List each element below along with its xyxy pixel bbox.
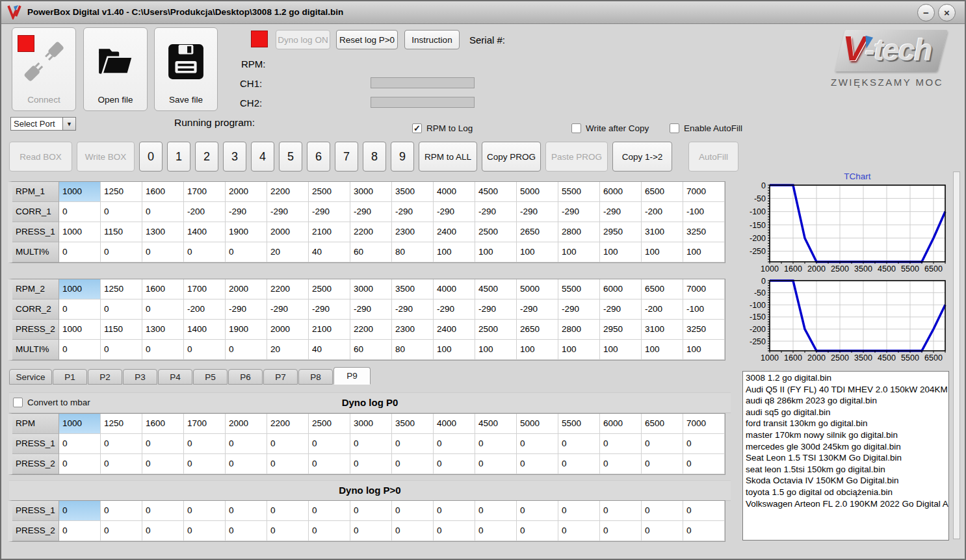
cell[interactable]: 1000 [59,279,101,299]
cell[interactable]: 0 [683,454,725,474]
checkbox-box[interactable] [670,123,679,133]
cell[interactable]: 2500 [309,414,350,434]
cell[interactable]: 0 [101,340,142,360]
cell[interactable]: -290 [392,299,434,320]
cell[interactable]: 0 [142,299,184,320]
dyno-log-button[interactable]: Dyno log ON [276,30,330,49]
cell[interactable]: 1300 [142,222,184,242]
cell[interactable]: 0 [683,501,725,521]
cell[interactable]: 0 [59,521,101,541]
cell[interactable]: 0 [101,501,142,521]
cell[interactable]: 0 [475,501,517,521]
digit-button-5[interactable]: 5 [279,142,302,172]
cell[interactable]: 2500 [309,279,350,299]
reset-log-button[interactable]: Reset log P>0 [336,30,398,49]
cell[interactable]: 7000 [683,182,725,202]
write-box-button[interactable]: Write BOX [77,142,135,172]
cell[interactable]: 2800 [558,222,600,242]
cell[interactable]: 0 [226,242,267,262]
cell[interactable]: -290 [350,299,392,320]
cell[interactable]: 0 [226,501,267,521]
cell[interactable]: -290 [392,202,434,222]
cell[interactable]: 1600 [142,279,184,299]
tab-p2[interactable]: P2 [88,369,122,385]
cell[interactable]: 0 [101,434,142,454]
cell[interactable]: 1400 [184,222,226,242]
cell[interactable]: 0 [475,454,517,474]
cell[interactable]: 2200 [267,182,309,202]
cell[interactable]: 3250 [683,320,725,340]
cell[interactable]: 0 [142,454,184,474]
cell[interactable]: 4500 [475,414,517,434]
cell[interactable]: 1700 [184,279,226,299]
cell[interactable]: 1900 [226,320,267,340]
cell[interactable]: 7000 [683,414,725,434]
cell[interactable]: 0 [600,454,642,474]
cell[interactable]: 100 [683,340,725,360]
cell[interactable]: 1150 [101,320,142,340]
cell[interactable]: 0 [392,434,434,454]
cell[interactable]: 0 [642,501,683,521]
cell[interactable]: 2100 [309,320,350,340]
cell[interactable]: 100 [600,340,642,360]
cell[interactable]: 5500 [558,279,600,299]
cell[interactable]: 1250 [101,414,142,434]
cell[interactable]: 0 [101,202,142,222]
cell[interactable]: 0 [642,434,683,454]
cell[interactable]: 0 [184,501,226,521]
cell[interactable]: 0 [683,434,725,454]
tab-service[interactable]: Service [9,369,52,385]
cell[interactable]: 60 [350,340,392,360]
cell[interactable]: 0 [392,521,434,541]
cell[interactable]: 5000 [517,182,558,202]
cell[interactable]: 1250 [101,279,142,299]
cell[interactable]: 0 [142,340,184,360]
cell[interactable]: 0 [558,521,600,541]
open-file-button[interactable]: Open file [83,27,148,111]
cell[interactable]: 3500 [392,279,434,299]
cell[interactable]: 0 [350,434,392,454]
cell[interactable]: 80 [392,340,434,360]
cell[interactable]: 0 [226,454,267,474]
checkbox-box[interactable]: ✓ [412,123,422,133]
cell[interactable]: 0 [184,434,226,454]
rpm-to-all-button[interactable]: RPM to ALL [419,142,477,172]
cell[interactable]: 4000 [434,279,475,299]
cell[interactable]: 4000 [434,414,475,434]
cell[interactable]: -290 [475,299,517,320]
cell[interactable]: 6500 [642,414,683,434]
cell[interactable]: 0 [434,501,475,521]
tab-p9[interactable]: P9 [333,367,371,385]
digit-button-4[interactable]: 4 [251,142,274,172]
digit-button-7[interactable]: 7 [335,142,358,172]
cell[interactable]: 0 [309,501,350,521]
cell[interactable]: 4500 [475,182,517,202]
cell[interactable]: 2200 [350,222,392,242]
save-file-button[interactable]: Save file [154,27,218,111]
autofill-button[interactable]: AutoFill [688,142,738,172]
cell[interactable]: 5500 [558,414,600,434]
cell[interactable]: 1600 [142,182,184,202]
cell[interactable]: -290 [434,299,475,320]
cell[interactable]: 0 [600,521,642,541]
file-list-item[interactable]: audi q8 286km 2023 go digital.bin [743,395,948,407]
cell[interactable]: -290 [475,202,517,222]
cell[interactable]: -200 [642,299,683,320]
cell[interactable]: 0 [309,454,350,474]
cell[interactable]: 0 [475,521,517,541]
cell[interactable]: 0 [309,521,350,541]
digit-button-8[interactable]: 8 [363,142,386,172]
cell[interactable]: 1900 [226,222,267,242]
cell[interactable]: 4500 [475,279,517,299]
cell[interactable]: 0 [59,454,101,474]
cell[interactable]: 2200 [350,320,392,340]
digit-button-0[interactable]: 0 [139,142,163,172]
file-list-item[interactable]: master 170km nowy silnik go digital.bin [743,429,948,441]
cell[interactable]: 6000 [600,414,642,434]
cell[interactable]: -290 [600,202,642,222]
close-button[interactable]: × [938,4,956,21]
cell[interactable]: 0 [184,242,226,262]
cell[interactable]: 0 [434,434,475,454]
chevron-down-icon[interactable]: ▼ [63,117,76,131]
tab-p6[interactable]: P6 [228,369,263,385]
